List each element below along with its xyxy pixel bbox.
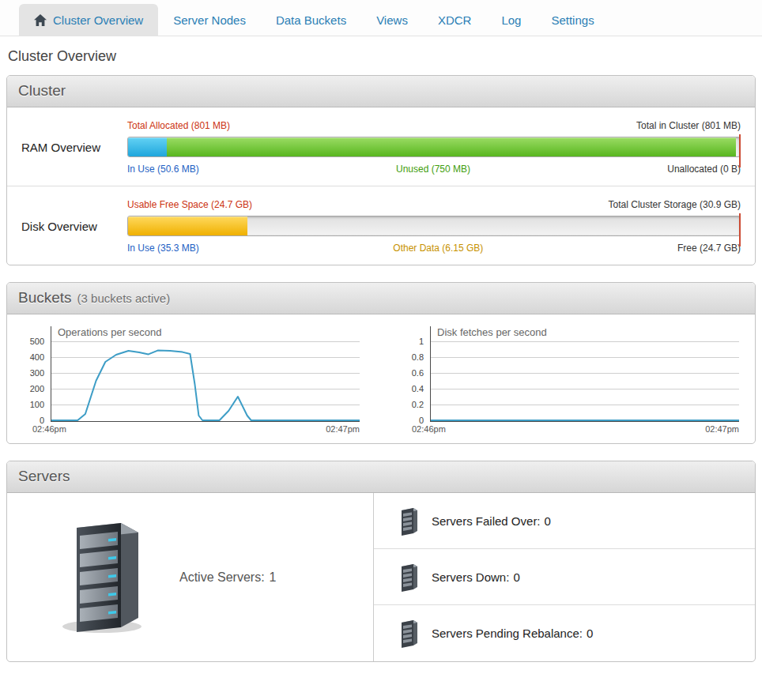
chart-operations-per-second: 0100200300400500Operations per second02:… [23, 326, 360, 434]
servers-panel-header: Servers [7, 461, 755, 493]
nav-item-xdcr[interactable]: XDCR [423, 4, 487, 36]
chart-title: Operations per second [51, 326, 360, 341]
y-axis-tick-label: 0.4 [412, 384, 424, 393]
server-stat-value: 0 [587, 627, 593, 640]
chart-disk-fetches-per-second: 00.20.40.60.81Disk fetches per second02:… [402, 326, 739, 434]
buckets-panel-header: Buckets(3 buckets active) [7, 283, 755, 314]
nav-item-label: Data Buckets [276, 13, 346, 27]
buckets-charts-area: 0100200300400500Operations per second02:… [7, 314, 755, 443]
disk-total-cluster-storage-label: Total Cluster Storage (30.9 GB) [609, 199, 741, 210]
ram-usage-bar [127, 137, 741, 157]
x-axis-start-label: 02:46pm [32, 424, 66, 434]
disk-usable-free-space-label: Usable Free Space (24.7 GB) [127, 199, 252, 210]
server-stat-value: 0 [545, 514, 551, 528]
servers-panel-title: Servers [18, 468, 70, 484]
x-axis-labels: 02:46pm02:47pm [23, 424, 360, 434]
buckets-panel-title: Buckets [18, 289, 72, 306]
nav-item-data-buckets[interactable]: Data Buckets [261, 4, 361, 36]
server-stat-label: Servers Pending Rebalance: [432, 627, 583, 640]
disk-usage-bar [127, 216, 741, 236]
cluster-panel-body: RAM Overview Total Allocated (801 MB) To… [7, 107, 755, 265]
server-tower-graphic [61, 518, 148, 634]
y-axis-tick-label: 0 [419, 416, 424, 425]
nav-item-cluster-overview[interactable]: Cluster Overview [19, 4, 158, 36]
y-axis-tick-label: 0.6 [412, 368, 424, 378]
y-axis-tick-label: 100 [30, 400, 44, 409]
top-navigation: Cluster OverviewServer NodesData Buckets… [0, 0, 762, 36]
server-stat-row-servers-pending-rebalance: Servers Pending Rebalance:0 [374, 605, 755, 661]
disk-quota-marker [739, 213, 741, 247]
buckets-panel: Buckets(3 buckets active) 01002003004005… [6, 282, 756, 444]
x-axis-start-label: 02:46pm [412, 424, 446, 434]
ram-overview-label: RAM Overview [21, 120, 127, 175]
ram-in-use-label: In Use (50.6 MB) [127, 164, 199, 175]
nav-item-label: Cluster Overview [53, 13, 143, 27]
ram-overview-content: Total Allocated (801 MB) Total in Cluste… [127, 120, 741, 175]
page-title: Cluster Overview [8, 48, 762, 65]
ram-bar-segs-in-use [128, 137, 167, 156]
disk-overview-label: Disk Overview [21, 199, 127, 254]
chart-title: Disk fetches per second [431, 326, 739, 341]
server-tower-image [61, 518, 148, 637]
buckets-panel-subtitle: (3 buckets active) [77, 292, 171, 305]
ram-unallocated-label: Unallocated (0 B) [667, 164, 741, 175]
disk-bar-segs-in-use-and-other-data [128, 216, 247, 235]
ram-total-allocated-label: Total Allocated (801 MB) [127, 120, 230, 131]
y-axis-labels: 0100200300400500 [23, 326, 51, 422]
home-icon [34, 14, 47, 26]
server-stats-list: Servers Failed Over:0Servers Down:0Serve… [374, 493, 755, 661]
y-axis-tick-label: 1 [419, 337, 424, 346]
server-stat-label: Servers Down: [432, 570, 509, 584]
disk-in-use-label: In Use (35.3 MB) [127, 243, 199, 254]
ram-bar-segs-unused [167, 137, 736, 156]
nav-item-label: Log [501, 13, 521, 27]
nav-item-label: Server Nodes [173, 13, 246, 27]
y-axis-tick-label: 500 [30, 337, 44, 346]
y-axis-tick-label: 400 [30, 352, 44, 362]
server-icon [398, 506, 419, 536]
y-axis-tick-label: 0.2 [412, 400, 424, 409]
y-axis-tick-label: 200 [30, 384, 44, 393]
active-servers-label: Active Servers: [179, 570, 265, 585]
cluster-panel-header: Cluster [7, 76, 755, 107]
cluster-panel-title: Cluster [18, 82, 66, 99]
nav-item-settings[interactable]: Settings [536, 4, 609, 36]
nav-item-log[interactable]: Log [486, 4, 536, 36]
chart-plot [51, 341, 360, 422]
y-axis-tick-label: 300 [30, 368, 44, 378]
cluster-panel: Cluster RAM Overview Total Allocated (80… [6, 75, 756, 265]
server-icon [398, 563, 419, 592]
server-icon [398, 619, 419, 648]
disk-other-data-label: Other Data (6.15 GB) [393, 243, 483, 254]
servers-panel: Servers Active Servers: 1 Servers Failed… [6, 461, 756, 662]
y-axis-tick-label: 0.8 [412, 352, 424, 362]
nav-item-label: Views [376, 13, 408, 27]
server-stat-label: Servers Failed Over: [432, 514, 541, 528]
nav-item-label: Settings [551, 13, 594, 27]
disk-overview-content: Usable Free Space (24.7 GB) Total Cluste… [127, 199, 741, 254]
x-axis-labels: 02:46pm02:47pm [402, 424, 739, 434]
disk-overview-row: Disk Overview Usable Free Space (24.7 GB… [7, 186, 755, 265]
ram-unused-label: Unused (750 MB) [396, 164, 470, 175]
nav-item-views[interactable]: Views [361, 4, 423, 36]
active-servers-text: Active Servers: 1 [179, 570, 277, 585]
ram-total-in-cluster-label: Total in Cluster (801 MB) [636, 120, 741, 131]
x-axis-end-label: 02:47pm [326, 424, 360, 434]
ram-quota-marker [739, 134, 741, 167]
server-stat-row-servers-down: Servers Down:0 [374, 549, 755, 605]
server-stat-value: 0 [513, 570, 519, 584]
disk-free-label: Free (24.7 GB) [677, 243, 741, 254]
active-servers-value: 1 [270, 570, 277, 585]
nav-item-server-nodes[interactable]: Server Nodes [158, 4, 261, 36]
chart-plot [431, 341, 739, 422]
active-servers-cell: Active Servers: 1 [7, 493, 374, 661]
x-axis-end-label: 02:47pm [705, 424, 739, 434]
y-axis-tick-label: 0 [40, 416, 44, 425]
ram-usage-bar-segments [128, 137, 740, 156]
ram-overview-row: RAM Overview Total Allocated (801 MB) To… [7, 107, 755, 186]
nav-item-label: XDCR [438, 13, 472, 27]
y-axis-labels: 00.20.40.60.81 [402, 326, 430, 422]
servers-panel-body: Active Servers: 1 Servers Failed Over:0S… [7, 493, 755, 661]
server-stat-row-servers-failed-over: Servers Failed Over:0 [374, 493, 755, 549]
disk-usage-bar-segments [128, 216, 740, 235]
